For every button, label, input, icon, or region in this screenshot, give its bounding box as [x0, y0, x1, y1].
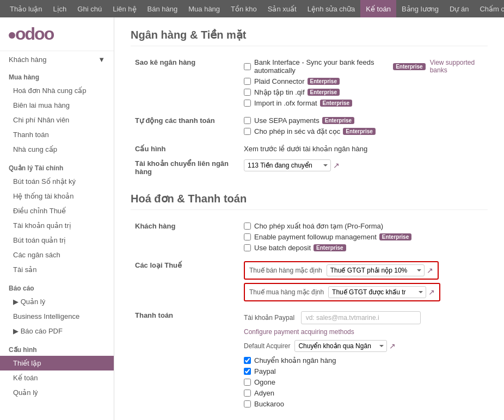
nav-thao-luan[interactable]: Thảo luận — [4, 0, 47, 17]
acquirer-ext-link[interactable]: ↗ — [389, 342, 396, 350]
sepa-label: Use SEPA payments — [254, 116, 319, 125]
batch-label: Use batch deposit — [254, 244, 311, 252]
nav-ton-kho[interactable]: Tồn kho — [225, 0, 262, 17]
default-acquirer-label: Default Acquirer — [244, 342, 290, 350]
sidebar-item-nha-cc[interactable]: Nhà cung cấp — [0, 142, 114, 157]
sidebar-item-dieu-chinh-thue[interactable]: Điều chỉnh Thuế — [0, 203, 114, 218]
sidebar-item-chi-phi[interactable]: Chi phí Nhân viên — [0, 113, 114, 127]
config-content: Xem trước lề dưới tài khoản ngân hàng — [239, 141, 488, 156]
sidebar-group-bao-cao[interactable]: Báo cáo — [0, 281, 114, 294]
qif-row: Nhập tập tin .qif Enterprise — [244, 88, 483, 96]
payment-method-chuyen-khoan-row: Chuyển khoản ngân hàng — [244, 356, 483, 365]
payment-buckaroo-label: Buckaroo — [254, 400, 284, 408]
sidebar-group-quan-ly-tai-chinh[interactable]: Quản lý Tài chính — [0, 161, 114, 174]
sidebar-item-he-thong-tk[interactable]: Hệ thống tài khoản — [0, 189, 114, 203]
odoo-logo: odoo — [9, 24, 53, 44]
plaid-row: Plaid Connector Enterprise — [244, 77, 483, 85]
payment-paypal-checkbox[interactable] — [244, 368, 251, 375]
ofx-checkbox[interactable] — [244, 100, 251, 107]
sidebar-item-but-toan-qt[interactable]: Bút toán quản trị — [0, 233, 114, 248]
nav-ke-toan[interactable]: Kế toán — [360, 0, 396, 17]
section1-title: Ngân hàng & Tiền mặt — [131, 28, 488, 46]
plaid-label: Plaid Connector — [254, 77, 305, 85]
default-acquirer-select[interactable]: Chuyển khoản qua Ngân — [294, 340, 387, 352]
nav-ghi-chu[interactable]: Ghi chú — [72, 0, 107, 17]
sidebar-item-ke-toan-cfg[interactable]: Kế toán — [0, 370, 114, 385]
nav-lich[interactable]: Lịch — [47, 0, 72, 17]
sec-row: Cho phép in séc và đặt cọc Enterprise — [244, 127, 483, 135]
payment-chuyen-khoan-checkbox[interactable] — [244, 357, 251, 364]
sidebar-group-mua-hang[interactable]: Mua hàng — [0, 70, 114, 83]
tax-label: Các loại Thuế — [131, 258, 239, 308]
sepa-checkbox[interactable] — [244, 117, 251, 124]
content-area: Ngân hàng & Tiền mặt Sao kê ngân hàng Ba… — [114, 17, 504, 420]
sidebar-item-tai-san[interactable]: Tài sản — [0, 262, 114, 277]
sidebar-item-hoa-don-nha-cc[interactable]: Hoá đơn Nhà cung cấp — [0, 83, 114, 98]
sidebar-group-cau-hinh[interactable]: Cấu hình — [0, 343, 114, 356]
sepa-row: Use SEPA payments Enterprise — [244, 116, 483, 125]
transfer-account-ext-link[interactable]: ↗ — [333, 161, 340, 170]
sec-checkbox[interactable] — [244, 128, 251, 135]
nav-lien-he[interactable]: Liên hệ — [107, 0, 142, 17]
view-supported-banks-link[interactable]: View supported banks — [430, 59, 483, 74]
plaid-checkbox[interactable] — [244, 78, 251, 85]
nav-bang-luong[interactable]: Bảng lương — [396, 0, 444, 17]
payment-adyen-label: Adyen — [254, 389, 274, 397]
sidebar: odoo Khách hàng ▼ Mua hàng Hoá đơn Nhà c… — [0, 17, 114, 420]
nav-san-xuat[interactable]: Sản xuất — [262, 0, 302, 17]
nav-lenh-sua-chua[interactable]: Lệnh sửa chữa — [302, 0, 361, 17]
paypal-input[interactable] — [301, 311, 421, 324]
tax-sale-ext-link[interactable]: ↗ — [427, 266, 433, 275]
config-label: Cấu hình — [131, 141, 239, 156]
tax-purchase-ext-link[interactable]: ↗ — [428, 288, 435, 297]
batch-checkbox[interactable] — [244, 244, 251, 251]
sidebar-item-bi[interactable]: Business Intelligence — [0, 309, 114, 324]
bank-interface-row: Bank Interface - Sync your bank feeds au… — [244, 58, 483, 75]
nav-ban-hang[interactable]: Bán hàng — [142, 0, 183, 17]
enterprise-badge-8: Enterprise — [314, 244, 346, 251]
nav-mua-hang[interactable]: Mua hàng — [183, 0, 225, 17]
payment-buckaroo-checkbox[interactable] — [244, 400, 251, 407]
qif-checkbox[interactable] — [244, 89, 251, 96]
followup-checkbox[interactable] — [244, 233, 251, 240]
sidebar-item-cac-ngan-sach[interactable]: Các ngân sách — [0, 248, 114, 262]
bank-interface-checkbox[interactable] — [244, 63, 251, 70]
nav-du-an[interactable]: Dự án — [444, 0, 474, 17]
pro-forma-checkbox[interactable] — [244, 223, 251, 230]
sidebar-item-thiet-lap[interactable]: Thiết lập — [0, 356, 114, 370]
enterprise-badge-1: Enterprise — [393, 63, 425, 70]
sidebar-item-but-toan-so[interactable]: Bút toán Số nhật ký — [0, 174, 114, 189]
tax-purchase-select[interactable]: Thuế GTGT được khấu tr — [328, 286, 426, 298]
nav-cham-cong[interactable]: Chấm công — [474, 0, 504, 17]
transfer-account-select[interactable]: 113 Tiền đang chuyển — [244, 159, 331, 171]
bank-interface-label: Bank Interface - Sync your bank feeds au… — [254, 58, 390, 75]
enterprise-badge-6: Enterprise — [343, 128, 375, 135]
sidebar-item-quan-ly-cfg[interactable]: Quản lý — [0, 385, 114, 400]
batch-row: Use batch deposit Enterprise — [244, 244, 483, 252]
sidebar-item-thanh-toan[interactable]: Thanh toán — [0, 127, 114, 142]
qif-label: Nhập tập tin .qif — [254, 88, 305, 96]
configure-link[interactable]: Configure payment acquiring methods — [244, 328, 354, 336]
sidebar-item-bao-cao-pdf[interactable]: ▶ Báo cáo PDF — [0, 324, 114, 338]
enterprise-badge-4: Enterprise — [320, 100, 352, 107]
enterprise-badge-7: Enterprise — [379, 233, 411, 240]
payment-adyen-checkbox[interactable] — [244, 390, 251, 397]
top-navigation: Thảo luận Lịch Ghi chú Liên hệ Bán hàng … — [0, 0, 504, 17]
transfer-account-label: Tài khoản chuyển liên ngân hàng — [131, 156, 239, 179]
sidebar-item-tk-quan-tri[interactable]: Tài khoản quản trị — [0, 218, 114, 233]
tax-sale-select[interactable]: Thuế GTGT phải nộp 10% — [327, 264, 425, 276]
sidebar-item-khach-hang[interactable]: Khách hàng ▼ — [0, 51, 114, 68]
payment-paypal-label: Paypal — [254, 367, 276, 375]
tax-purchase-label: Thuế mua hàng mặc định — [249, 288, 324, 296]
enterprise-badge-3: Enterprise — [308, 89, 340, 96]
ofx-row: Import in .ofx format Enterprise — [244, 99, 483, 107]
tax-sale-label: Thuế bán hàng mặc định — [249, 267, 322, 274]
section2-title: Hoá đơn & Thanh toán — [131, 192, 488, 210]
logo-area: odoo — [0, 17, 114, 51]
sidebar-item-quan-ly-bao-cao[interactable]: ▶ Quản lý — [0, 294, 114, 309]
auto-payment-label: Tự động các thanh toán — [131, 113, 239, 141]
enterprise-badge-5: Enterprise — [322, 117, 354, 124]
arrow-icon: ▶ — [13, 327, 21, 335]
payment-ogone-checkbox[interactable] — [244, 379, 251, 386]
sidebar-item-bien-lai[interactable]: Biên lai mua hàng — [0, 98, 114, 113]
